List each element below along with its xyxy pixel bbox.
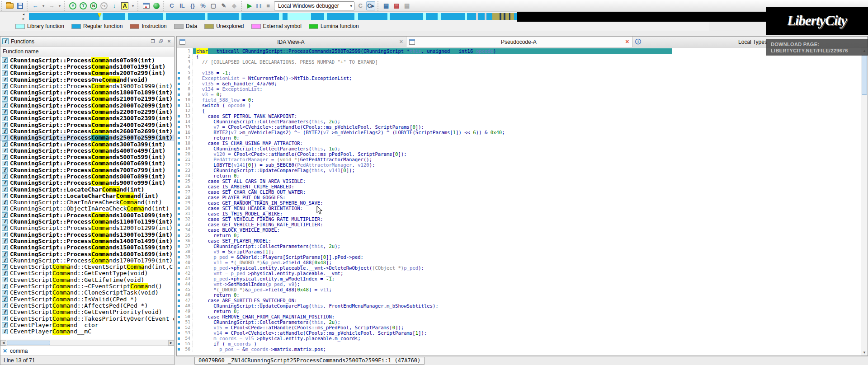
address-marker-icon[interactable] bbox=[178, 142, 180, 145]
address-marker-icon[interactable] bbox=[178, 148, 180, 150]
address-marker-icon[interactable] bbox=[178, 121, 180, 123]
function-name-column-header[interactable]: Function name bbox=[0, 47, 174, 56]
code-line[interactable]: 14 CRunningScript::CollectParameters(thi… bbox=[177, 119, 860, 124]
function-row[interactable]: fCRunningScript::ProcessCommands700To799… bbox=[0, 167, 174, 173]
jump-name-button[interactable]: N bbox=[89, 1, 98, 10]
vscroll-thumb[interactable] bbox=[862, 55, 867, 95]
function-row[interactable]: fCRunningScript::ProcessCommands900To999… bbox=[0, 180, 174, 186]
tab-pseudocode-a[interactable]: Pseudocode-A✕ bbox=[406, 37, 632, 47]
breakpoint-list-button[interactable]: ▤ bbox=[382, 1, 391, 10]
function-row[interactable]: fCRunningScript::ProcessCommands800To899… bbox=[0, 173, 174, 179]
pseudocode-text[interactable]: 1char __thiscall CRunningScript::Process… bbox=[177, 48, 860, 352]
filter-clear-icon[interactable]: ✕ bbox=[3, 348, 7, 354]
code-line[interactable]: 18 case IS_CHAR_USING_MAP_ATTRACTOR: bbox=[177, 140, 860, 146]
code-line[interactable]: 24 return 0; bbox=[177, 173, 860, 178]
code-line[interactable]: 4 bbox=[177, 65, 860, 70]
function-row[interactable]: fCRunningScript::ProcessCommands2300To23… bbox=[0, 115, 174, 122]
tab-close-icon[interactable]: ✕ bbox=[625, 39, 629, 45]
code-line[interactable]: 38 v9 = ScriptParams[1]; bbox=[177, 249, 860, 254]
function-row[interactable]: fCRunningScript::ProcessCommands2600To26… bbox=[0, 128, 174, 134]
address-marker-icon[interactable] bbox=[178, 137, 180, 139]
address-marker-icon[interactable] bbox=[178, 272, 180, 275]
mark-position-button[interactable]: A bbox=[120, 1, 129, 10]
band-right-icon[interactable]: ▸ bbox=[23, 17, 28, 21]
code-line[interactable]: 53 v14 = CPool<CVehicle>::atHandle(CPool… bbox=[177, 330, 860, 336]
code-line[interactable]: 8 v134 = ExceptionList; bbox=[177, 86, 860, 92]
function-row[interactable]: fCEventScriptCommand::GetLifeTime(void) bbox=[0, 276, 174, 283]
function-row[interactable]: fCRunningScript::ProcessCommands1900To19… bbox=[0, 83, 174, 89]
function-row[interactable]: fCRunningScript::ObjectInAreaCheckComman… bbox=[0, 206, 174, 212]
function-row[interactable]: fCEventScriptCommand::GetEventType(void) bbox=[0, 270, 174, 276]
address-marker-icon[interactable] bbox=[178, 348, 180, 351]
function-row[interactable]: fCRunningScript::ProcessCommands1100To11… bbox=[0, 218, 174, 225]
code-line[interactable]: 40 v11 = *(_DWORD *)&p_ped->field_488[0x… bbox=[177, 260, 860, 265]
code-line[interactable]: 28 case PLAYER_PUT_ON_GOGGLES: bbox=[177, 195, 860, 200]
address-marker-icon[interactable] bbox=[178, 207, 180, 210]
tab-close-icon[interactable]: ✕ bbox=[399, 39, 403, 45]
address-marker-icon[interactable] bbox=[178, 289, 180, 291]
code-line[interactable]: 33 case GET_VEHICLE_FIRING_RATE_MULTIPLI… bbox=[177, 222, 860, 227]
function-row[interactable]: fCRunningScript::ProcessCommands0To99(in… bbox=[0, 57, 174, 63]
code-line[interactable]: 55 if ( m_coords ) bbox=[177, 341, 860, 346]
function-row[interactable]: fCRunningScript::ProcessCommands2500To25… bbox=[0, 135, 174, 141]
address-marker-icon[interactable] bbox=[178, 131, 180, 134]
function-row[interactable]: fCRunningScript::CharInAreaCheckCommand(… bbox=[0, 199, 174, 206]
functions-hscrollbar[interactable]: ◀ ▶ bbox=[0, 340, 174, 346]
function-row[interactable]: fCRunningScript::ProcessCommands1200To12… bbox=[0, 225, 174, 231]
address-marker-icon[interactable] bbox=[178, 299, 180, 302]
jump-text-button[interactable]: T bbox=[79, 1, 88, 10]
code-line[interactable]: 44 vmt->SetModelIndex(p_ped, v9); bbox=[177, 281, 860, 287]
address-marker-icon[interactable] bbox=[178, 337, 180, 340]
code-line[interactable]: 25 case SET_ALL_CARS_IN_AREA_VISIBLE: bbox=[177, 178, 860, 184]
code-line[interactable]: 10 field_588_low = 0; bbox=[177, 97, 860, 103]
code-line[interactable]: 45 *(_DWORD *)&p_ped->field_488[0x48] = … bbox=[177, 287, 860, 292]
stop-process-button[interactable]: ■ bbox=[264, 1, 273, 10]
code-line[interactable]: 46 return 0; bbox=[177, 292, 860, 298]
forward-menu-button[interactable]: ▾ bbox=[57, 1, 62, 10]
code-line[interactable]: 36 case SET_PLAYER_MODEL: bbox=[177, 238, 860, 243]
address-marker-icon[interactable] bbox=[178, 213, 180, 215]
address-marker-icon[interactable] bbox=[178, 153, 180, 155]
address-marker-icon[interactable] bbox=[178, 191, 180, 193]
address-marker-icon[interactable] bbox=[178, 218, 180, 220]
edit-button[interactable]: ✎ bbox=[219, 1, 228, 10]
start-process-button[interactable]: ▶ bbox=[245, 1, 254, 10]
function-row[interactable]: fCEventScriptCommand::CloneScriptTask(vo… bbox=[0, 290, 174, 296]
panel-close-icon[interactable]: ✕ bbox=[166, 38, 172, 44]
jump-address-button[interactable]: ↓ bbox=[110, 1, 119, 10]
address-marker-icon[interactable] bbox=[178, 72, 180, 74]
code-line[interactable]: 16 BYTE2(v7->m_nVehicleFlags2) ^= (BYTE2… bbox=[177, 130, 860, 135]
pause-process-button[interactable]: ❚❚ bbox=[255, 1, 262, 10]
function-row[interactable]: fCRunningScript::ProcessOneCommand(void) bbox=[0, 76, 174, 83]
address-marker-icon[interactable] bbox=[178, 186, 180, 188]
save-button[interactable] bbox=[15, 1, 24, 10]
function-row[interactable]: fCRunningScript::ProcessCommands500To599… bbox=[0, 154, 174, 160]
functions-panel-titlebar[interactable]: f Functions ❐ 🗗 ✕ bbox=[0, 37, 174, 47]
function-row[interactable]: fCRunningScript::ProcessCommands2400To24… bbox=[0, 122, 174, 128]
address-marker-icon[interactable] bbox=[178, 234, 180, 237]
address-marker-icon[interactable] bbox=[178, 94, 180, 96]
function-row[interactable]: fCEventScriptCommand::GetEventPriority(v… bbox=[0, 309, 174, 315]
address-marker-icon[interactable] bbox=[178, 224, 180, 226]
hscroll-left-icon[interactable]: ◀ bbox=[0, 340, 6, 346]
code-line[interactable]: 49 return 0; bbox=[177, 309, 860, 314]
code-line[interactable]: 17 return 0; bbox=[177, 135, 860, 140]
breakpoint-group-button[interactable]: ▤ bbox=[402, 1, 411, 10]
address-marker-icon[interactable] bbox=[178, 159, 180, 161]
address-marker-icon[interactable] bbox=[178, 305, 180, 307]
address-marker-icon[interactable] bbox=[178, 126, 180, 128]
function-row[interactable]: fCRunningScript::ProcessCommands400To499… bbox=[0, 147, 174, 154]
code-line[interactable]: 2{ bbox=[177, 54, 860, 59]
code-line[interactable]: 43 p_ped->physical.entity.m_wModelIndex … bbox=[177, 276, 860, 281]
callers-window-button[interactable]: IL bbox=[178, 1, 187, 10]
function-row[interactable]: fCRunningScript::ProcessCommands1800To18… bbox=[0, 89, 174, 95]
code-line[interactable]: 56 p_pos = &m_coords->matrix.matrix.pos; bbox=[177, 346, 860, 352]
function-row[interactable]: fCRunningScript::ProcessCommands2000To20… bbox=[0, 102, 174, 108]
code-line[interactable]: 42 vmt = p_ped->physical.entity.placeabl… bbox=[177, 271, 860, 276]
jump-number-button[interactable]: # bbox=[68, 1, 77, 10]
function-row[interactable]: fCEventPlayerCommand__ctor bbox=[0, 322, 174, 328]
code-line[interactable]: 31 case IS_THIS_MODEL_A_BIKE: bbox=[177, 211, 860, 216]
address-marker-icon[interactable] bbox=[178, 77, 180, 80]
address-marker-icon[interactable] bbox=[178, 104, 180, 107]
hscroll-right-icon[interactable]: ▶ bbox=[168, 340, 174, 346]
